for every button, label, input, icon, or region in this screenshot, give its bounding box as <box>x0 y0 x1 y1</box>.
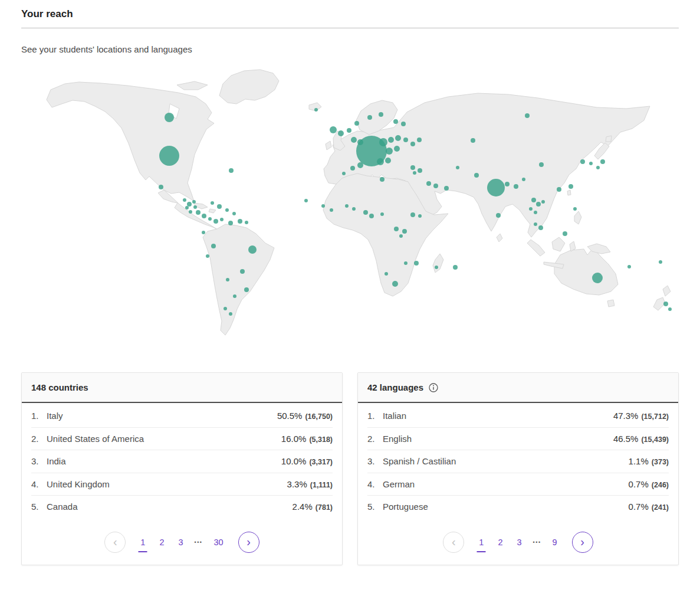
map-bubble[interactable] <box>342 172 346 175</box>
map-bubble[interactable] <box>403 137 408 142</box>
map-bubble[interactable] <box>202 214 206 218</box>
map-bubble[interactable] <box>363 210 368 215</box>
map-bubble[interactable] <box>514 184 518 189</box>
map-bubble[interactable] <box>417 137 422 142</box>
map-bubble[interactable] <box>196 210 201 215</box>
map-bubble[interactable] <box>659 260 662 264</box>
map-bubble[interactable] <box>338 130 344 136</box>
map-bubble[interactable] <box>245 221 248 224</box>
map-bubble[interactable] <box>435 266 438 269</box>
map-bubble[interactable] <box>211 244 216 248</box>
map-bubble[interactable] <box>377 158 384 165</box>
map-bubble[interactable] <box>471 138 475 143</box>
map-bubble[interactable] <box>330 208 333 212</box>
map-bubble[interactable] <box>185 206 189 209</box>
map-bubble[interactable] <box>536 202 541 207</box>
map-bubble[interactable] <box>183 198 186 202</box>
map-bubble[interactable] <box>220 218 224 221</box>
map-bubble[interactable] <box>351 137 357 143</box>
map-bubble[interactable] <box>379 138 387 146</box>
map-bubble[interactable] <box>557 187 561 192</box>
page-button-last[interactable]: 30 <box>210 535 228 549</box>
map-bubble[interactable] <box>384 272 388 276</box>
map-bubble[interactable] <box>394 227 399 231</box>
map-bubble[interactable] <box>347 128 351 133</box>
map-bubble[interactable] <box>413 171 416 175</box>
map-bubble[interactable] <box>159 185 163 189</box>
map-bubble[interactable] <box>600 159 605 164</box>
map-bubble[interactable] <box>410 212 415 217</box>
map-bubble[interactable] <box>534 211 537 214</box>
map-bubble[interactable] <box>414 261 419 266</box>
map-bubble[interactable] <box>354 121 359 126</box>
map-bubble[interactable] <box>208 217 212 221</box>
page-button-2[interactable]: 2 <box>494 535 507 549</box>
map-bubble[interactable] <box>418 214 422 218</box>
page-button-2[interactable]: 2 <box>155 535 168 549</box>
map-bubble[interactable] <box>189 210 192 214</box>
map-bubble[interactable] <box>385 158 391 163</box>
map-bubble[interactable] <box>367 115 372 120</box>
map-bubble[interactable] <box>402 229 407 234</box>
map-bubble[interactable] <box>426 181 431 186</box>
map-bubble[interactable] <box>192 200 196 204</box>
map-bubble[interactable] <box>410 165 415 170</box>
map-bubble[interactable] <box>394 146 400 152</box>
map-bubble[interactable] <box>229 312 232 316</box>
map-bubble[interactable] <box>232 212 236 215</box>
map-bubble[interactable] <box>159 146 179 166</box>
map-bubble[interactable] <box>330 126 337 133</box>
map-bubble[interactable] <box>573 207 577 211</box>
map-bubble[interactable] <box>399 234 403 238</box>
next-page-button[interactable]: › <box>238 532 259 553</box>
map-bubble[interactable] <box>345 204 349 208</box>
next-page-button[interactable]: › <box>572 532 593 553</box>
map-bubble[interactable] <box>563 231 567 236</box>
map-bubble[interactable] <box>206 254 209 258</box>
map-bubble[interactable] <box>369 214 374 218</box>
map-bubble[interactable] <box>386 148 393 155</box>
prev-page-button[interactable]: ‹ <box>104 532 126 553</box>
map-bubble[interactable] <box>487 179 505 196</box>
map-bubble[interactable] <box>525 113 530 118</box>
map-bubble[interactable] <box>225 208 229 212</box>
map-bubble[interactable] <box>321 204 325 208</box>
map-bubble[interactable] <box>395 135 401 141</box>
map-bubble[interactable] <box>244 287 249 292</box>
map-bubble[interactable] <box>379 112 383 117</box>
map-bubble[interactable] <box>522 178 525 181</box>
map-bubble[interactable] <box>589 162 593 165</box>
map-bubble[interactable] <box>627 265 631 268</box>
map-bubble[interactable] <box>410 142 415 146</box>
map-bubble[interactable] <box>229 168 234 173</box>
map-bubble[interactable] <box>453 265 458 270</box>
map-bubble[interactable] <box>357 162 363 168</box>
map-bubble[interactable] <box>211 201 214 205</box>
map-bubble[interactable] <box>388 137 394 143</box>
map-bubble[interactable] <box>202 231 205 234</box>
map-bubble[interactable] <box>663 302 668 306</box>
map-bubble[interactable] <box>444 186 449 191</box>
info-icon[interactable] <box>429 383 438 392</box>
map-bubble[interactable] <box>350 166 355 171</box>
map-bubble[interactable] <box>529 207 533 211</box>
map-bubble[interactable] <box>165 113 174 122</box>
map-bubble[interactable] <box>248 245 257 254</box>
map-bubble[interactable] <box>380 177 384 182</box>
map-bubble[interactable] <box>418 168 422 173</box>
map-bubble[interactable] <box>304 199 308 202</box>
page-button-3[interactable]: 3 <box>513 535 526 549</box>
map-bubble[interactable] <box>404 261 407 265</box>
map-bubble[interactable] <box>240 269 245 274</box>
map-bubble[interactable] <box>541 200 545 204</box>
prev-page-button[interactable]: ‹ <box>443 532 464 553</box>
map-bubble[interactable] <box>392 281 398 287</box>
map-bubble[interactable] <box>505 182 510 186</box>
map-bubble[interactable] <box>538 225 543 230</box>
map-bubble[interactable] <box>496 213 501 218</box>
map-bubble[interactable] <box>238 219 242 224</box>
map-bubble[interactable] <box>668 307 672 311</box>
map-bubble[interactable] <box>592 273 603 283</box>
map-bubble[interactable] <box>213 219 218 224</box>
map-bubble[interactable] <box>380 212 384 216</box>
